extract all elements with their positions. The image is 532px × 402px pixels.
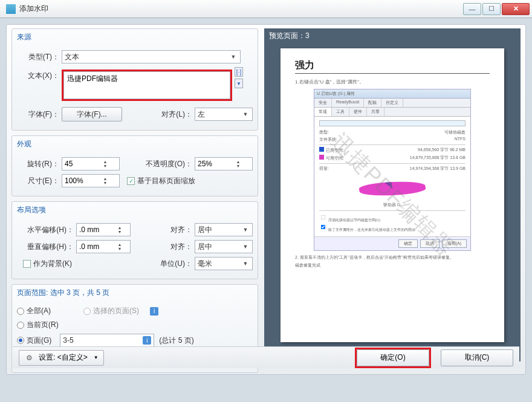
settings-dropdown[interactable]: ⚙ 设置: <自定义> ▼ [19,350,104,366]
font-label: 字体(F)： [17,109,59,120]
chevron-down-icon: ▼ [229,54,238,60]
rotate-label: 旋转(R)： [17,159,59,169]
type-value: 文本 [65,52,79,62]
chevron-down-icon: ▼ [94,355,99,360]
chevron-down-icon: ▼ [241,244,250,250]
doc-line1: 1.右键点击"U 盘"，选择"属性"。 [295,79,490,85]
relative-scale-checkbox[interactable]: ✓ 基于目标页面缩放 [127,176,195,186]
size-label: 尺寸(E)： [17,176,59,186]
minimize-button[interactable]: — [463,3,481,15]
size-input[interactable] [65,177,101,185]
hoffset-input[interactable] [79,225,115,234]
font-button[interactable]: 字体(F)... [62,107,122,122]
rotate-input[interactable] [65,160,101,168]
chevron-down-icon[interactable]: ▼ [234,164,242,168]
text-menu-button[interactable]: ▼ [235,79,243,88]
voffset-input[interactable] [79,242,115,251]
group-appearance-title: 外观 [12,136,258,151]
opacity-label: 不透明度(O)： [140,159,192,169]
halign-label: 对齐： [156,225,192,235]
hoffset-label: 水平偏移(H)： [17,225,74,235]
chevron-up-icon[interactable]: ▲ [101,160,109,164]
preview-page: 强力 1.右键点击"U 盘"，选择"属性"。 U 启动U盘 (G:) 属性 安全… [281,48,504,342]
halign-select[interactable]: 居中▼ [195,223,253,236]
app-icon [6,4,16,14]
close-button[interactable]: ✕ [502,3,530,15]
voffset-spinner[interactable]: ▲▼ [76,240,131,253]
size-spinner[interactable]: ▲▼ [62,174,120,187]
valign-label: 对齐： [156,242,192,252]
checkbox-checked-icon: ✓ [127,177,135,185]
type-select[interactable]: 文本 ▼ [62,50,241,63]
opacity-spinner[interactable]: ▲▼ [195,157,253,170]
pages-total: (总计 5 页) [159,336,193,346]
chevron-down-icon: ▼ [241,261,250,267]
preview-area: 强力 1.右键点击"U 盘"，选择"属性"。 U 启动U盘 (G:) 属性 安全… [264,44,521,347]
rotate-spinner[interactable]: ▲▼ [62,157,120,170]
cancel-button[interactable]: 取消(C) [441,349,513,366]
opacity-input[interactable] [198,160,234,168]
chevron-down-icon: ▼ [241,227,250,233]
hoffset-spinner[interactable]: ▲▼ [76,223,131,236]
unit-select[interactable]: 毫米▼ [195,257,253,270]
maximize-button[interactable]: ☐ [482,3,501,15]
watermark-text-input[interactable] [67,74,227,97]
pages-input[interactable]: 3-5i [60,334,154,347]
chevron-up-icon[interactable]: ▲ [115,242,124,247]
ok-button-highlight: 确定(O) [355,348,431,368]
group-pagerange-title: 页面范围: 选中 3 页，共 5 页 [12,285,258,300]
text-label: 文本(X)： [17,67,59,81]
group-layout-title: 布局选项 [12,202,258,217]
group-source-title: 来源 [12,29,258,44]
group-layout: 布局选项 水平偏移(H)： ▲▼ 对齐： 居中▼ 垂直偏移(H)： ▲▼ 对 [11,201,258,279]
chevron-up-icon[interactable]: ▲ [115,225,124,230]
group-appearance: 外观 旋转(R)： ▲▼ 不透明度(O)： ▲▼ 尺寸(E)： ▲ [11,135,258,196]
chevron-down-icon[interactable]: ▼ [115,230,124,234]
radio-current[interactable]: 当前页(R) [17,320,59,330]
type-label: 类型(T)： [17,52,59,62]
as-background-checkbox[interactable]: 作为背景(K) [23,259,72,269]
doc-title: 强力 [295,59,490,72]
radio-icon [83,308,91,315]
align-label: 对齐(L)： [156,109,192,120]
group-source: 来源 类型(T)： 文本 ▼ 文本(X)： [11,28,258,131]
gear-icon: ⚙ [24,353,34,363]
radio-icon [17,308,24,315]
text-field-highlight [62,70,232,101]
chevron-down-icon[interactable]: ▼ [115,247,124,251]
chevron-down-icon: ▼ [241,111,250,117]
chevron-down-icon[interactable]: ▼ [101,164,109,168]
chevron-up-icon[interactable]: ▲ [234,160,242,164]
radio-all[interactable]: 全部(A) [17,306,51,316]
radio-selected-icon [17,337,24,344]
info-icon[interactable]: i [150,307,158,316]
info-icon[interactable]: i [143,336,151,345]
chevron-up-icon[interactable]: ▲ [101,177,109,181]
radio-pages[interactable]: 页面(G) [17,336,51,346]
radio-selected: 选择的页面(S) [83,306,139,316]
inner-screenshot: U 启动U盘 (G:) 属性 安全 ReadyBoost 配额 自定义 常规 工… [314,89,471,251]
checkbox-icon [23,260,31,268]
align-select[interactable]: 左▼ [195,108,253,121]
window-title: 添加水印 [19,4,462,14]
macro-button[interactable]: [·] [235,67,243,77]
chevron-down-icon[interactable]: ▼ [101,181,109,185]
radio-icon [17,322,24,329]
ok-button[interactable]: 确定(O) [357,349,429,366]
unit-label: 单位(U)： [156,259,192,269]
valign-select[interactable]: 居中▼ [195,240,253,253]
voffset-label: 垂直偏移(H)： [17,242,74,252]
preview-label: 预览页面：3 [264,28,521,44]
